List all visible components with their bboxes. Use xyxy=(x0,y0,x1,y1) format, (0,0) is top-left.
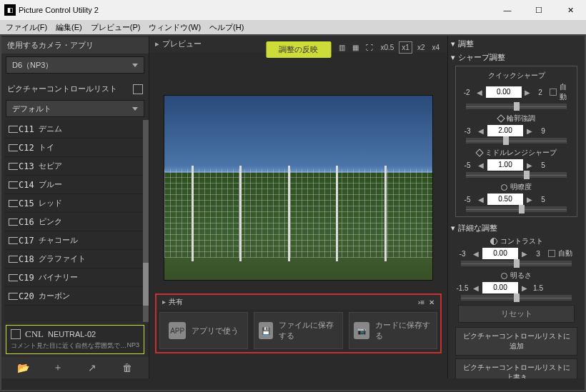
menu-edit[interactable]: 編集(E) xyxy=(56,22,82,33)
menu-preview[interactable]: プレビュー(P) xyxy=(91,22,141,33)
share-panel: ▸共有 ›≡ ✕ APP アプリで使う 💾 ファイルに保存する 📷 カードに保存… xyxy=(155,293,442,353)
clarity-control[interactable]: -5 ◀ 0.50 ▶ 5 xyxy=(460,194,572,205)
zoom-x2[interactable]: x2 xyxy=(415,42,427,53)
share-file-button[interactable]: 💾 ファイルに保存する xyxy=(254,312,342,349)
edge-slider[interactable] xyxy=(466,138,567,144)
camera-select[interactable]: D6（NP3） xyxy=(6,56,144,74)
mid-slider[interactable] xyxy=(466,172,567,178)
delete-button[interactable]: 🗑 xyxy=(117,360,137,376)
histogram-icon[interactable]: ▥ xyxy=(337,42,347,53)
contrast-icon xyxy=(490,238,497,245)
quick-sharp-label: クイックシャープ xyxy=(488,71,545,81)
import-button[interactable]: 📂 xyxy=(13,360,33,376)
preview-tools: ▥ ▦ ⛶ x0.5 x1 x2 x4 xyxy=(337,41,442,54)
menu-window[interactable]: ウィンドウ(W) xyxy=(149,22,201,33)
edge-control[interactable]: -3 ◀ 2.00 ▶ 9 xyxy=(460,125,572,136)
export-button[interactable]: ↗ xyxy=(82,360,102,376)
camera-header: 使用するカメラ・アプリ xyxy=(1,37,149,54)
camera-icon: 📷 xyxy=(354,322,369,339)
list-item[interactable]: C14ブルー xyxy=(4,176,149,194)
diamond-icon xyxy=(497,114,505,122)
contrast-slider[interactable] xyxy=(461,261,572,266)
pctl-list-header: ピクチャーコントロールリスト xyxy=(7,84,117,94)
preview-area: ▸ プレビュー 調整の反映 ▥ ▦ ⛶ x0.5 x1 x2 x4 ▸共有 xyxy=(149,36,447,378)
new-button[interactable]: ＋ xyxy=(48,360,68,376)
navigator-icon[interactable]: ▦ xyxy=(350,42,361,53)
sidebar-footer: 📂 ＋ ↗ 🗑 xyxy=(1,357,149,378)
quick-sharp-slider[interactable] xyxy=(466,104,567,109)
sharp-header: シャープ調整 xyxy=(458,52,505,63)
quick-sharp-value[interactable]: 0.00 xyxy=(486,86,522,98)
scrollbar-thumb[interactable] xyxy=(143,263,149,306)
preview-header: プレビュー xyxy=(162,39,202,49)
list-item[interactable]: C13セピア xyxy=(4,157,149,176)
fit-icon[interactable]: ⛶ xyxy=(364,42,375,53)
maximize-button[interactable]: ☐ xyxy=(523,0,555,20)
chevron-down-icon xyxy=(132,64,138,67)
auto-checkbox[interactable] xyxy=(550,89,556,96)
adjust-header: 調整 xyxy=(458,39,474,49)
circle-icon xyxy=(501,184,507,191)
add-to-list-button[interactable]: ピクチャーコントロールリストに追加 xyxy=(455,327,577,356)
auto-checkbox[interactable] xyxy=(548,250,555,257)
list-item[interactable]: C12トイ xyxy=(4,139,149,157)
list-item[interactable]: C17チャコール xyxy=(4,231,149,250)
picture-control-list[interactable]: C11デニムC12トイC13セピアC14ブルーC15レッドC16ピンクC17チャ… xyxy=(4,120,149,322)
quick-sharp-control[interactable]: -2 ◀ 0.00 ▶ 2 自動 xyxy=(460,82,572,102)
increment-icon[interactable]: ▶ xyxy=(525,89,531,96)
minimize-button[interactable]: — xyxy=(492,0,523,20)
app-icon: ◧ xyxy=(4,4,16,16)
clarity-slider[interactable] xyxy=(466,206,567,212)
pctl-icon xyxy=(11,329,21,339)
reflect-adjustment-button[interactable]: 調整の反映 xyxy=(266,41,331,58)
titlebar: ◧ Picture Control Utility 2 — ☐ ✕ xyxy=(0,0,586,20)
adjust-panel: ▾調整 ▾シャープ調整 クイックシャープ -2 ◀ 0.00 ▶ 2 自動 輪郭… xyxy=(447,36,585,378)
decrement-icon[interactable]: ◀ xyxy=(476,89,482,96)
zoom-x4[interactable]: x4 xyxy=(429,42,442,53)
collapse-icon[interactable]: ▸ xyxy=(155,39,159,49)
sidebar: 使用するカメラ・アプリ D6（NP3） ピクチャーコントロールリスト デフォルト… xyxy=(1,36,149,378)
window-title: Picture Control Utility 2 xyxy=(19,6,99,14)
menu-file[interactable]: ファイル(F) xyxy=(6,22,47,33)
preset-select[interactable]: デフォルト xyxy=(6,100,144,117)
app-icon: APP xyxy=(169,322,186,339)
menubar: ファイル(F) 編集(E) プレビュー(P) ウィンドウ(W) ヘルプ(H) xyxy=(0,20,586,34)
reset-button[interactable]: リセット xyxy=(458,305,575,323)
list-view-icon[interactable] xyxy=(133,84,143,94)
zoom-x05[interactable]: x0.5 xyxy=(378,42,396,53)
share-card-button[interactable]: 📷 カードに保存する xyxy=(349,312,437,349)
overwrite-list-button[interactable]: ピクチャーコントロールリストに上書き xyxy=(455,358,577,378)
share-close-icon[interactable]: ✕ xyxy=(429,298,434,306)
diamond-icon xyxy=(475,149,483,156)
bright-control[interactable]: -1.5 ◀ 0.00 ▶ 1.5 xyxy=(455,282,577,293)
menu-help[interactable]: ヘルプ(H) xyxy=(209,22,244,33)
detail-header: 詳細な調整 xyxy=(458,223,497,233)
share-header: 共有 xyxy=(169,298,183,306)
preview-image[interactable] xyxy=(164,95,433,281)
save-icon: 💾 xyxy=(259,322,273,339)
brightness-icon xyxy=(501,273,507,279)
scrollbar[interactable] xyxy=(143,120,149,322)
list-item[interactable]: C19バイナリー xyxy=(4,268,149,287)
chevron-down-icon xyxy=(132,107,138,111)
share-app-button[interactable]: APP アプリで使う xyxy=(159,312,248,349)
mid-control[interactable]: -5 ◀ 1.00 ▶ 5 xyxy=(460,159,572,171)
contrast-control[interactable]: -3 ◀ 0.00 ▶ 3 自動 xyxy=(455,248,577,259)
list-item[interactable]: C16ピンク xyxy=(4,213,149,231)
bright-slider[interactable] xyxy=(461,295,572,301)
selected-picture-control[interactable]: CNL NEUTRAL-02 コメント 見た目に近く自然な雰囲気で… NP3 xyxy=(6,325,144,354)
zoom-x1[interactable]: x1 xyxy=(399,41,412,54)
pin-icon[interactable]: ›≡ xyxy=(418,298,424,306)
list-item[interactable]: C15レッド xyxy=(4,194,149,213)
list-item[interactable]: C11デニム xyxy=(4,120,149,139)
list-item[interactable]: C20カーボン xyxy=(4,287,149,306)
close-button[interactable]: ✕ xyxy=(555,0,586,20)
list-item[interactable]: C18グラファイト xyxy=(4,250,149,268)
